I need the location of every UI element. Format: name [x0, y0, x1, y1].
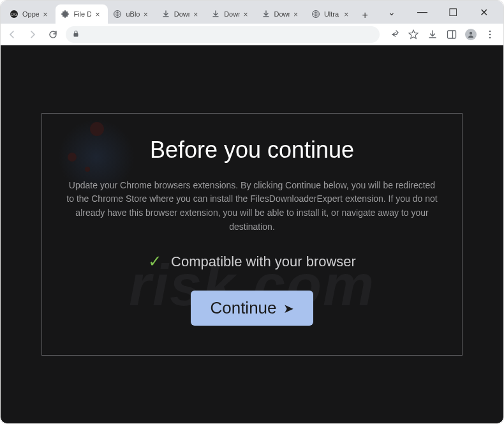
- new-tab-button[interactable]: +: [358, 7, 372, 24]
- continue-modal: Before you continue Update your Chrome b…: [41, 113, 463, 356]
- tab-4[interactable]: Downlo ×: [206, 4, 256, 24]
- bookmark-star-icon[interactable]: [408, 29, 419, 40]
- forward-button[interactable]: [25, 27, 40, 42]
- tab-2[interactable]: uBlock ×: [108, 4, 156, 24]
- close-icon[interactable]: ×: [244, 10, 251, 18]
- svg-rect-5: [448, 31, 456, 38]
- tabs-dropdown-button[interactable]: ⌄: [381, 7, 403, 17]
- download-icon: [262, 10, 271, 19]
- checkmark-icon: ✓: [148, 252, 162, 271]
- lock-icon: [72, 29, 80, 40]
- continue-button[interactable]: Continue ➤: [191, 291, 313, 326]
- tab-title: Downlo: [224, 10, 239, 18]
- kebab-menu-icon[interactable]: [484, 29, 496, 40]
- tab-title: uBlock: [126, 10, 139, 18]
- svg-point-7: [470, 31, 472, 34]
- tab-5[interactable]: Downlo ×: [256, 4, 306, 24]
- tab-title: Downlo: [174, 10, 189, 18]
- close-icon[interactable]: ×: [193, 10, 201, 18]
- downloads-icon[interactable]: [427, 29, 438, 40]
- close-icon[interactable]: ×: [95, 10, 103, 18]
- favicon-circle-icon: OG: [10, 10, 19, 19]
- tab-title: Downlo: [274, 10, 290, 18]
- window-titlebar: OG Oppenh × File Dow × uBlock × Downlo ×: [1, 1, 503, 24]
- close-icon[interactable]: ×: [344, 10, 352, 18]
- puzzle-icon: [61, 10, 70, 19]
- close-window-button[interactable]: ✕: [473, 6, 494, 19]
- close-icon[interactable]: ×: [293, 10, 301, 18]
- profile-avatar-icon[interactable]: [465, 29, 477, 40]
- tab-1-active[interactable]: File Dow ×: [56, 4, 108, 24]
- tab-3[interactable]: Downlo ×: [156, 4, 206, 24]
- tab-0[interactable]: OG Oppenh ×: [4, 4, 56, 24]
- address-bar[interactable]: [66, 26, 380, 43]
- page-content: risk.com Before you continue Update your…: [1, 45, 503, 423]
- arrow-right-icon: ➤: [283, 301, 294, 316]
- svg-point-9: [489, 33, 491, 35]
- tab-6[interactable]: Ultra va ×: [306, 4, 357, 24]
- svg-text:OG: OG: [11, 12, 18, 17]
- svg-point-8: [489, 30, 491, 32]
- close-icon[interactable]: ×: [144, 10, 151, 18]
- globe-icon: [311, 10, 320, 19]
- back-button[interactable]: [4, 27, 20, 42]
- share-icon[interactable]: [389, 29, 400, 40]
- compatibility-text: Compatible with your browser: [171, 254, 356, 270]
- continue-button-label: Continue: [210, 298, 276, 318]
- download-icon: [211, 10, 220, 19]
- svg-rect-4: [74, 33, 78, 37]
- compatibility-row: ✓ Compatible with your browser: [66, 252, 438, 271]
- minimize-button[interactable]: —: [411, 6, 433, 18]
- maximize-button[interactable]: ☐: [442, 6, 464, 19]
- sidepanel-icon[interactable]: [446, 29, 457, 40]
- download-icon: [161, 10, 170, 19]
- toolbar-actions: [385, 29, 500, 40]
- browser-toolbar: [1, 24, 503, 45]
- tab-title: Ultra va: [324, 10, 340, 18]
- svg-point-10: [489, 36, 491, 38]
- reload-button[interactable]: [45, 27, 61, 42]
- globe-icon: [113, 10, 122, 19]
- tab-strip: OG Oppenh × File Dow × uBlock × Downlo ×: [1, 1, 372, 24]
- modal-title: Before you continue: [66, 137, 438, 163]
- close-icon[interactable]: ×: [43, 10, 50, 18]
- tab-title: Oppenh: [22, 10, 39, 18]
- url-input[interactable]: [85, 30, 373, 39]
- modal-body: Update your Chrome browsers extensions. …: [66, 179, 438, 234]
- tab-title: File Dow: [73, 10, 91, 18]
- window-controls: ⌄ — ☐ ✕: [372, 1, 503, 24]
